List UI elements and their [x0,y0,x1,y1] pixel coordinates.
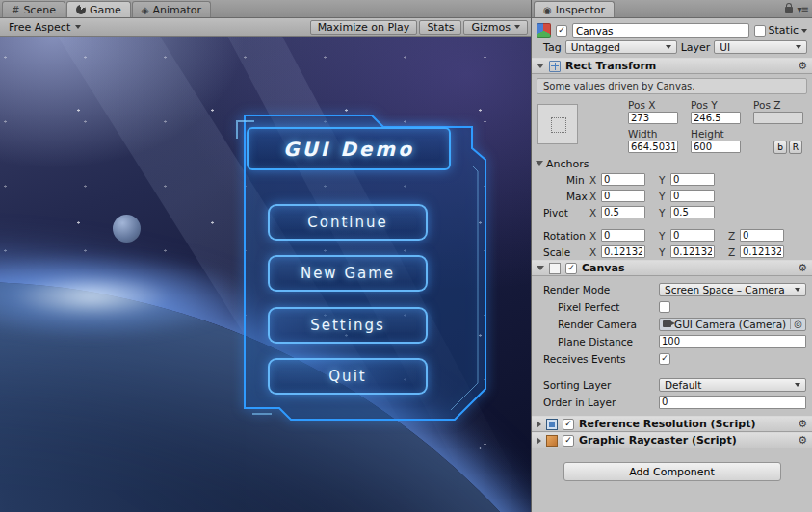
height-field[interactable] [691,141,741,153]
layer-label: Layer [681,41,711,54]
continue-button[interactable]: Continue [268,204,428,241]
sorting-layer-label: Sorting Layer [543,379,611,391]
tab-scene[interactable]: # Scene [2,1,65,17]
left-tabbar: # Scene Game ◈ Animator [0,0,531,18]
plane-distance-label: Plane Distance [558,336,633,347]
tab-animator[interactable]: ◈ Animator [132,1,211,17]
tag-dropdown[interactable]: Untagged [565,40,677,54]
render-mode-row: Render Mode Screen Space – Camera [532,281,812,298]
reference-resolution-icon [546,419,558,430]
render-camera-object-field[interactable]: GUI Camera (Camera) ◎ [659,318,806,331]
foldout-icon[interactable] [537,421,541,428]
anchors-foldout[interactable]: Anchors [532,157,812,171]
pos-x-field[interactable] [628,112,678,124]
pivot-row: Pivot X Y [532,204,812,220]
blueprint-mode-button[interactable]: b [773,141,787,154]
layer-value: UI [720,41,792,53]
gear-icon[interactable]: ⚙ [798,60,807,72]
game-viewport: GUI Demo Continue New Game Settings Quit [0,37,531,512]
gameobject-icon[interactable] [537,23,551,38]
axis-y-label: Y [659,191,665,202]
height-label: Height [691,128,741,140]
max-x-field[interactable] [601,190,645,202]
axis-x-label: X [589,246,596,258]
rect-transform-icon [549,61,561,72]
small-sphere [113,215,141,243]
order-in-layer-field[interactable] [659,396,806,409]
gameobject-name-field[interactable] [572,23,749,38]
tag-layer-row: Tag Untagged Layer UI [532,39,812,58]
min-label: Min [566,174,585,186]
context-menu-icon[interactable]: ▾≡ [798,4,808,14]
tab-inspector[interactable]: ◉ Inspector [534,1,615,17]
plane-distance-field[interactable] [659,335,806,348]
pos-y-label: Pos Y [691,99,741,111]
sorting-layer-dropdown[interactable]: Default [659,378,806,392]
gear-icon[interactable]: ⚙ [798,262,807,274]
gear-icon[interactable]: ⚙ [798,434,807,447]
check-icon: ✓ [564,420,572,428]
axis-z-label: Z [728,230,735,242]
axis-y-label: Y [659,174,665,186]
foldout-icon[interactable] [537,64,544,68]
min-y-field[interactable] [670,173,715,186]
gameobject-enabled-checkbox[interactable]: ✓ [556,25,567,37]
chevron-down-icon [514,25,520,29]
object-picker-icon[interactable]: ◎ [790,319,802,329]
scale-x-field[interactable] [601,245,645,258]
render-mode-dropdown[interactable]: Screen Space – Camera [659,283,806,296]
foldout-icon[interactable] [537,437,541,445]
raw-edit-mode-button[interactable]: R [789,141,802,154]
rotation-label: Rotation [543,230,586,242]
width-field[interactable] [628,141,678,153]
static-toggle[interactable]: Static [754,24,807,37]
lock-icon[interactable] [785,7,793,13]
stats-button[interactable]: Stats [419,20,461,35]
graphic-raycaster-header[interactable]: ✓ Graphic Raycaster (Script) ⚙ [532,432,812,448]
rect-transform-header[interactable]: Rect Transform ⚙ [532,58,812,74]
rotation-z-field[interactable] [740,229,784,242]
axis-z-label: Z [728,246,735,258]
order-in-layer-label: Order in Layer [543,397,616,408]
foldout-icon[interactable] [537,266,544,270]
gameobject-header: ✓ Static [532,20,812,39]
rotation-y-field[interactable] [670,229,715,242]
pivot-y-field[interactable] [670,206,715,218]
canvas-component-header[interactable]: ✓ Canvas ⚙ [532,260,812,276]
layer-dropdown[interactable]: UI [714,40,807,54]
reference-resolution-enabled-checkbox[interactable]: ✓ [563,419,574,430]
check-icon: ✓ [661,354,668,363]
aspect-dropdown[interactable]: Free Aspect [3,20,87,35]
tab-game[interactable]: Game [66,1,131,17]
max-y-field[interactable] [670,190,715,202]
scale-z-field[interactable] [740,245,784,258]
chevron-down-icon[interactable] [801,29,807,33]
pos-z-field[interactable] [753,112,803,124]
gizmos-button[interactable]: Gizmos [463,20,528,35]
anchor-preset-button[interactable] [537,104,578,144]
pos-y-field[interactable] [691,112,741,124]
game-toolbar: Free Aspect Maximize on Play Stats Gizmo… [0,18,531,37]
tab-game-label: Game [90,4,121,16]
inspector-panel: ◉ Inspector ▾≡ ✓ Static [532,0,812,512]
maximize-on-play-label: Maximize on Play [318,21,410,34]
quit-button[interactable]: Quit [268,358,428,395]
new-game-button[interactable]: New Game [268,255,428,292]
gear-icon[interactable]: ⚙ [798,418,807,430]
reference-resolution-header[interactable]: ✓ Reference Resolution (Script) ⚙ [532,416,812,432]
settings-button[interactable]: Settings [268,307,428,344]
rotation-x-field[interactable] [601,229,645,242]
pivot-x-field[interactable] [601,206,645,218]
axis-y-label: Y [659,207,665,218]
add-component-button[interactable]: Add Component [563,462,781,481]
receives-events-checkbox[interactable]: ✓ [659,353,670,365]
game-panel: # Scene Game ◈ Animator Free Aspect Maxi… [0,0,532,512]
reference-resolution-title: Reference Resolution (Script) [579,418,755,430]
scale-y-field[interactable] [670,245,715,258]
maximize-on-play-button[interactable]: Maximize on Play [310,20,418,35]
canvas-enabled-checkbox[interactable]: ✓ [565,263,577,274]
min-x-field[interactable] [601,173,645,186]
static-checkbox[interactable] [754,25,766,37]
graphic-raycaster-enabled-checkbox[interactable]: ✓ [563,435,574,447]
pixel-perfect-checkbox[interactable] [659,301,670,313]
